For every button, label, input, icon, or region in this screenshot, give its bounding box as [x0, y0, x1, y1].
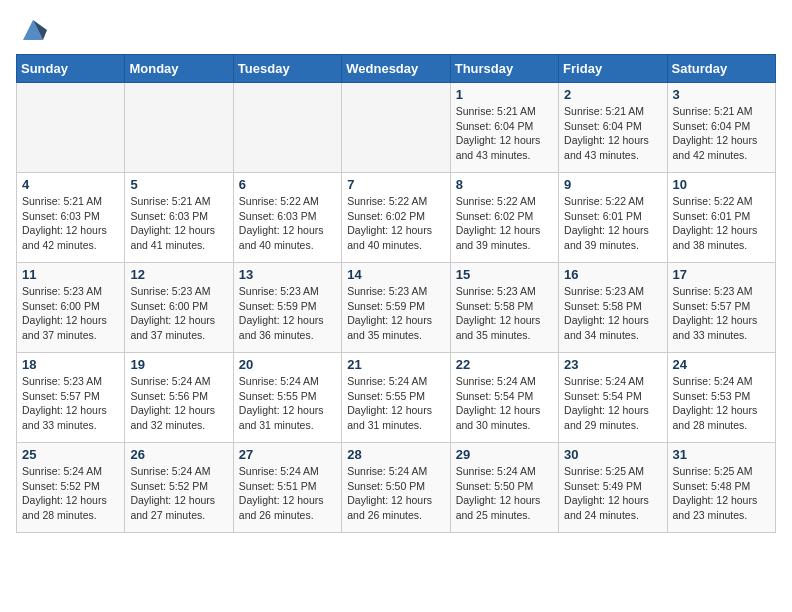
day-info: Sunrise: 5:21 AM Sunset: 6:04 PM Dayligh…	[564, 104, 661, 163]
calendar-cell: 25Sunrise: 5:24 AM Sunset: 5:52 PM Dayli…	[17, 443, 125, 533]
day-number: 9	[564, 177, 661, 192]
day-info: Sunrise: 5:22 AM Sunset: 6:02 PM Dayligh…	[456, 194, 553, 253]
calendar-cell: 26Sunrise: 5:24 AM Sunset: 5:52 PM Dayli…	[125, 443, 233, 533]
calendar-cell: 14Sunrise: 5:23 AM Sunset: 5:59 PM Dayli…	[342, 263, 450, 353]
calendar-cell: 27Sunrise: 5:24 AM Sunset: 5:51 PM Dayli…	[233, 443, 341, 533]
weekday-header-thursday: Thursday	[450, 55, 558, 83]
day-info: Sunrise: 5:24 AM Sunset: 5:54 PM Dayligh…	[564, 374, 661, 433]
day-number: 11	[22, 267, 119, 282]
calendar-cell: 15Sunrise: 5:23 AM Sunset: 5:58 PM Dayli…	[450, 263, 558, 353]
calendar-cell: 22Sunrise: 5:24 AM Sunset: 5:54 PM Dayli…	[450, 353, 558, 443]
calendar-cell: 13Sunrise: 5:23 AM Sunset: 5:59 PM Dayli…	[233, 263, 341, 353]
calendar-week-row: 18Sunrise: 5:23 AM Sunset: 5:57 PM Dayli…	[17, 353, 776, 443]
day-number: 1	[456, 87, 553, 102]
day-number: 31	[673, 447, 770, 462]
calendar-cell	[17, 83, 125, 173]
calendar-cell: 18Sunrise: 5:23 AM Sunset: 5:57 PM Dayli…	[17, 353, 125, 443]
day-number: 28	[347, 447, 444, 462]
day-number: 4	[22, 177, 119, 192]
day-info: Sunrise: 5:24 AM Sunset: 5:53 PM Dayligh…	[673, 374, 770, 433]
calendar-cell: 8Sunrise: 5:22 AM Sunset: 6:02 PM Daylig…	[450, 173, 558, 263]
day-number: 3	[673, 87, 770, 102]
calendar-cell: 20Sunrise: 5:24 AM Sunset: 5:55 PM Dayli…	[233, 353, 341, 443]
day-number: 12	[130, 267, 227, 282]
day-info: Sunrise: 5:23 AM Sunset: 6:00 PM Dayligh…	[22, 284, 119, 343]
calendar-cell: 24Sunrise: 5:24 AM Sunset: 5:53 PM Dayli…	[667, 353, 775, 443]
day-info: Sunrise: 5:24 AM Sunset: 5:56 PM Dayligh…	[130, 374, 227, 433]
day-info: Sunrise: 5:24 AM Sunset: 5:50 PM Dayligh…	[456, 464, 553, 523]
day-info: Sunrise: 5:23 AM Sunset: 5:57 PM Dayligh…	[673, 284, 770, 343]
calendar-cell: 1Sunrise: 5:21 AM Sunset: 6:04 PM Daylig…	[450, 83, 558, 173]
logo	[16, 16, 47, 44]
calendar-week-row: 4Sunrise: 5:21 AM Sunset: 6:03 PM Daylig…	[17, 173, 776, 263]
day-info: Sunrise: 5:21 AM Sunset: 6:04 PM Dayligh…	[456, 104, 553, 163]
day-info: Sunrise: 5:24 AM Sunset: 5:50 PM Dayligh…	[347, 464, 444, 523]
day-info: Sunrise: 5:24 AM Sunset: 5:51 PM Dayligh…	[239, 464, 336, 523]
weekday-header-tuesday: Tuesday	[233, 55, 341, 83]
weekday-header-monday: Monday	[125, 55, 233, 83]
day-info: Sunrise: 5:23 AM Sunset: 5:58 PM Dayligh…	[456, 284, 553, 343]
day-number: 24	[673, 357, 770, 372]
day-number: 20	[239, 357, 336, 372]
calendar-cell: 5Sunrise: 5:21 AM Sunset: 6:03 PM Daylig…	[125, 173, 233, 263]
day-number: 25	[22, 447, 119, 462]
day-info: Sunrise: 5:23 AM Sunset: 5:58 PM Dayligh…	[564, 284, 661, 343]
day-info: Sunrise: 5:22 AM Sunset: 6:01 PM Dayligh…	[564, 194, 661, 253]
page-header	[16, 16, 776, 44]
day-number: 7	[347, 177, 444, 192]
calendar-cell: 3Sunrise: 5:21 AM Sunset: 6:04 PM Daylig…	[667, 83, 775, 173]
day-info: Sunrise: 5:24 AM Sunset: 5:55 PM Dayligh…	[239, 374, 336, 433]
calendar-cell: 4Sunrise: 5:21 AM Sunset: 6:03 PM Daylig…	[17, 173, 125, 263]
logo-icon	[19, 16, 47, 44]
weekday-header-sunday: Sunday	[17, 55, 125, 83]
day-number: 21	[347, 357, 444, 372]
calendar-cell: 23Sunrise: 5:24 AM Sunset: 5:54 PM Dayli…	[559, 353, 667, 443]
day-info: Sunrise: 5:25 AM Sunset: 5:48 PM Dayligh…	[673, 464, 770, 523]
day-number: 2	[564, 87, 661, 102]
day-number: 15	[456, 267, 553, 282]
calendar-week-row: 1Sunrise: 5:21 AM Sunset: 6:04 PM Daylig…	[17, 83, 776, 173]
day-number: 26	[130, 447, 227, 462]
day-info: Sunrise: 5:22 AM Sunset: 6:02 PM Dayligh…	[347, 194, 444, 253]
day-info: Sunrise: 5:24 AM Sunset: 5:52 PM Dayligh…	[22, 464, 119, 523]
day-number: 10	[673, 177, 770, 192]
weekday-header-row: SundayMondayTuesdayWednesdayThursdayFrid…	[17, 55, 776, 83]
calendar-cell: 17Sunrise: 5:23 AM Sunset: 5:57 PM Dayli…	[667, 263, 775, 353]
day-info: Sunrise: 5:22 AM Sunset: 6:01 PM Dayligh…	[673, 194, 770, 253]
calendar-cell: 19Sunrise: 5:24 AM Sunset: 5:56 PM Dayli…	[125, 353, 233, 443]
weekday-header-wednesday: Wednesday	[342, 55, 450, 83]
day-number: 5	[130, 177, 227, 192]
day-number: 6	[239, 177, 336, 192]
calendar-cell: 6Sunrise: 5:22 AM Sunset: 6:03 PM Daylig…	[233, 173, 341, 263]
day-number: 18	[22, 357, 119, 372]
day-info: Sunrise: 5:23 AM Sunset: 5:59 PM Dayligh…	[239, 284, 336, 343]
calendar-cell: 30Sunrise: 5:25 AM Sunset: 5:49 PM Dayli…	[559, 443, 667, 533]
calendar-cell: 31Sunrise: 5:25 AM Sunset: 5:48 PM Dayli…	[667, 443, 775, 533]
weekday-header-saturday: Saturday	[667, 55, 775, 83]
day-number: 8	[456, 177, 553, 192]
day-number: 13	[239, 267, 336, 282]
day-number: 17	[673, 267, 770, 282]
day-number: 23	[564, 357, 661, 372]
calendar-week-row: 25Sunrise: 5:24 AM Sunset: 5:52 PM Dayli…	[17, 443, 776, 533]
day-info: Sunrise: 5:24 AM Sunset: 5:52 PM Dayligh…	[130, 464, 227, 523]
calendar-cell: 11Sunrise: 5:23 AM Sunset: 6:00 PM Dayli…	[17, 263, 125, 353]
calendar-cell: 10Sunrise: 5:22 AM Sunset: 6:01 PM Dayli…	[667, 173, 775, 263]
day-info: Sunrise: 5:23 AM Sunset: 5:59 PM Dayligh…	[347, 284, 444, 343]
calendar-cell: 7Sunrise: 5:22 AM Sunset: 6:02 PM Daylig…	[342, 173, 450, 263]
day-number: 30	[564, 447, 661, 462]
day-info: Sunrise: 5:21 AM Sunset: 6:04 PM Dayligh…	[673, 104, 770, 163]
day-info: Sunrise: 5:21 AM Sunset: 6:03 PM Dayligh…	[130, 194, 227, 253]
calendar-cell	[125, 83, 233, 173]
calendar-cell: 12Sunrise: 5:23 AM Sunset: 6:00 PM Dayli…	[125, 263, 233, 353]
calendar-cell: 9Sunrise: 5:22 AM Sunset: 6:01 PM Daylig…	[559, 173, 667, 263]
calendar-cell: 28Sunrise: 5:24 AM Sunset: 5:50 PM Dayli…	[342, 443, 450, 533]
day-info: Sunrise: 5:22 AM Sunset: 6:03 PM Dayligh…	[239, 194, 336, 253]
calendar-cell: 2Sunrise: 5:21 AM Sunset: 6:04 PM Daylig…	[559, 83, 667, 173]
calendar-cell: 16Sunrise: 5:23 AM Sunset: 5:58 PM Dayli…	[559, 263, 667, 353]
day-number: 29	[456, 447, 553, 462]
calendar-cell: 29Sunrise: 5:24 AM Sunset: 5:50 PM Dayli…	[450, 443, 558, 533]
calendar-cell: 21Sunrise: 5:24 AM Sunset: 5:55 PM Dayli…	[342, 353, 450, 443]
day-info: Sunrise: 5:25 AM Sunset: 5:49 PM Dayligh…	[564, 464, 661, 523]
day-info: Sunrise: 5:24 AM Sunset: 5:54 PM Dayligh…	[456, 374, 553, 433]
